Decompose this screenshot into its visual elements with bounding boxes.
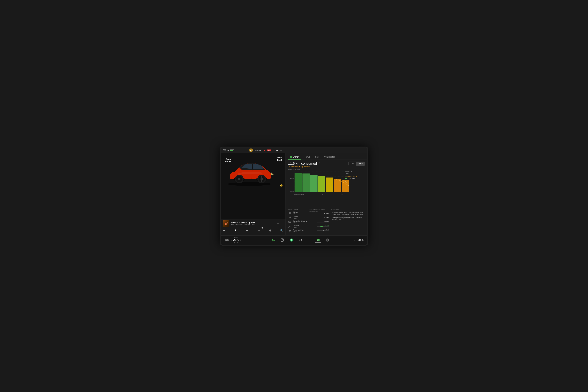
user-avatar[interactable]: MR	[249, 148, 253, 152]
svg-rect-36	[289, 212, 290, 213]
vs-elevation-change: -0,7 km	[317, 224, 329, 226]
svg-rect-53	[225, 239, 227, 240]
tab-park[interactable]: Park	[313, 155, 321, 160]
repeat-button[interactable]: ↻	[281, 222, 283, 225]
tip-1: • Brake pedal use cost 0,3 km. Use regen…	[331, 212, 365, 216]
nav-tabs: Energy Drive Park Consumption	[286, 153, 367, 160]
vs-everything-change: +0,3 km	[317, 228, 329, 230]
music-player: 🎻 Summer (L'Estate) Op.8 No.2 Baroque Fe…	[221, 219, 285, 236]
charge-icon: ⚡	[279, 184, 283, 188]
climate-decrease-button[interactable]: ‹	[231, 239, 232, 241]
climate-increase-button[interactable]: ›	[240, 239, 241, 241]
vs-driving: +1,5 km	[309, 213, 329, 216]
climate-icons	[234, 242, 239, 244]
tab-consumption-label: Consumption	[324, 156, 335, 158]
music-info: 🎻 Summer (L'Estate) Op.8 No.2 Baroque Fe…	[223, 220, 283, 227]
rated-button[interactable]: Rated	[356, 162, 365, 166]
driving-label: Driving	[293, 212, 308, 213]
vs-everything-else: +0,3 km	[309, 228, 329, 231]
status-left: 338 km	[223, 149, 234, 151]
vs-driving-bar-bg	[317, 215, 329, 216]
battery-cond-icon	[288, 220, 292, 223]
add-to-playlist-button[interactable]: ⊕	[258, 229, 260, 232]
last-proj-km: 276,8 km	[349, 178, 355, 179]
tab-consumption[interactable]: Consumption	[322, 155, 337, 160]
range-tips-col: RANGE TIPS • Brake pedal use cost 0,3 km…	[331, 209, 365, 234]
vs-climate-change: +1,7 km	[317, 217, 329, 218]
volume-control	[358, 239, 361, 241]
energy-title: 11,6 km consumed	[288, 162, 317, 166]
music-controls-top: ⇄ ↻	[277, 222, 283, 225]
tab-energy[interactable]: Energy	[288, 155, 301, 160]
progress-dot	[261, 227, 263, 228]
spotify-taskbar-button[interactable]	[288, 237, 294, 243]
prev-track-button[interactable]: ⏮	[223, 229, 225, 232]
progress-bar[interactable]	[223, 228, 283, 228]
range-display: 338 km	[223, 149, 229, 151]
next-track-button[interactable]: ⏭	[246, 229, 249, 232]
camera-taskbar-button[interactable]	[297, 237, 303, 243]
everything-else-label: Everything Else	[293, 229, 308, 231]
notes-taskbar-button[interactable]	[279, 237, 285, 243]
consumption-header: CONSUMPTION	[288, 209, 308, 210]
climate-stat-value: 2,5 km	[293, 218, 308, 219]
svg-line-47	[289, 218, 289, 218]
climate-control: Manual ‹ 21.0 ›	[231, 236, 241, 244]
svg-point-70	[309, 240, 309, 240]
music-title: Summer (L'Estate) Op.8 No.2	[231, 222, 275, 224]
chart-area: BATTERY RANGE 305 km 295 km 285 km 275 k…	[288, 169, 365, 208]
shuffle-button[interactable]: ⇄	[277, 222, 279, 225]
tab-drive[interactable]: Drive	[303, 155, 312, 160]
svg-rect-27	[310, 175, 318, 192]
svg-rect-58	[235, 243, 236, 243]
vs-driving-bar: +1,5 km	[317, 213, 329, 216]
svg-line-46	[291, 216, 291, 217]
taskbar-left: Manual ‹ 21.0 ›	[224, 236, 252, 244]
everything-else-label-group: Everything Else 0,7 km	[293, 229, 308, 232]
open-trunk-label[interactable]: Open Trunk	[277, 156, 282, 161]
vs-elevation-bar: -0,7 km	[317, 224, 329, 227]
svg-point-0	[228, 182, 271, 186]
last-proj-value: 276,8 km	[345, 178, 365, 179]
tip-2-bullet: •	[331, 217, 331, 221]
battery-cond-label: Battery Conditioning	[293, 220, 308, 222]
trip-button[interactable]: Trip	[349, 162, 356, 166]
elevation-value: 2,8 km	[293, 226, 308, 228]
trunk-open-text: Open	[277, 156, 282, 159]
sentry-button[interactable]	[324, 237, 330, 243]
active-app-indicator	[315, 242, 321, 243]
chart-label-battery-range: BATTERY RANGE	[288, 169, 343, 171]
svg-line-44	[289, 216, 289, 217]
equalizer-button[interactable]: ╫	[269, 229, 271, 232]
vs-projection-col: CONSUMPTION VS TRIP PROJECTION +1,5 km	[309, 209, 329, 234]
play-pause-button[interactable]: ⏸	[235, 229, 237, 232]
next-media-button[interactable]: ▷	[362, 239, 364, 242]
info-icon[interactable]: ⓘ	[318, 162, 320, 165]
vs-climate-bar-bg	[317, 219, 329, 219]
svg-rect-72	[317, 239, 320, 242]
sos-badge[interactable]: SOS	[267, 150, 271, 151]
svg-marker-76	[358, 239, 360, 241]
elevation-label: Elevation	[293, 225, 308, 226]
vs-elevation-bar-bg	[317, 226, 329, 227]
vs-elevation: -0,7 km	[309, 224, 329, 227]
climate-label-group: Climate 2,5 km	[293, 216, 308, 219]
car-taskbar-icon[interactable]	[224, 237, 230, 243]
prev-media-button[interactable]: ◁	[354, 239, 356, 242]
user-name: Martin R	[255, 149, 261, 151]
battery-cond-value: 0,0 km	[293, 222, 308, 224]
dot-1	[252, 232, 252, 233]
tesla-app-button[interactable]	[315, 237, 321, 243]
search-music-button[interactable]: 🔍	[280, 229, 283, 232]
more-apps-button[interactable]	[306, 237, 312, 243]
svg-rect-50	[289, 222, 290, 222]
battery-cond-label-group: Battery Conditioning 0,0 km	[293, 220, 308, 224]
music-artist: Baroque Festival Orchestra, Alberto...	[231, 224, 275, 226]
climate-temp-display: 21.0	[233, 238, 239, 242]
y-label-275: 275 km	[288, 171, 294, 173]
x-label-5: 5	[322, 194, 323, 195]
phone-taskbar-button[interactable]	[270, 237, 276, 243]
tip-1-bullet: •	[331, 212, 331, 216]
x-label-11: 11,0	[341, 194, 343, 195]
progress-fill	[223, 228, 262, 228]
